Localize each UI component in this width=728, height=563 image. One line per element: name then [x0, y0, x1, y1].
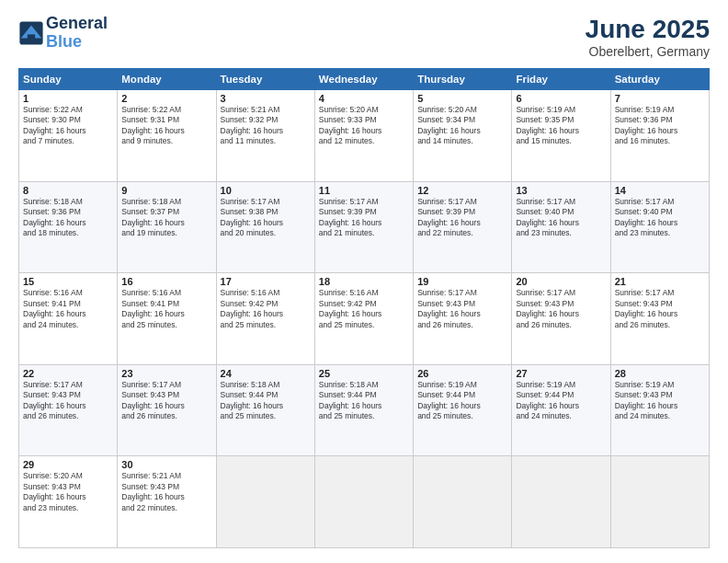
title-block: June 2025 Oberelbert, Germany — [586, 15, 710, 59]
day-number: 17 — [221, 276, 311, 287]
calendar-header-cell: Monday — [118, 69, 216, 90]
calendar-cell: 12Sunrise: 5:17 AMSunset: 9:39 PMDayligh… — [414, 181, 512, 273]
calendar-cell: 17Sunrise: 5:16 AMSunset: 9:42 PMDayligh… — [216, 273, 314, 365]
location: Oberelbert, Germany — [586, 44, 710, 59]
logo: General Blue — [18, 15, 108, 52]
page: General Blue June 2025 Oberelbert, Germa… — [0, 0, 728, 563]
calendar-cell: 6Sunrise: 5:19 AMSunset: 9:35 PMDaylight… — [512, 90, 610, 182]
calendar-cell: 26Sunrise: 5:19 AMSunset: 9:44 PMDayligh… — [414, 364, 512, 456]
calendar-cell: 3Sunrise: 5:21 AMSunset: 9:32 PMDaylight… — [216, 90, 314, 182]
header: General Blue June 2025 Oberelbert, Germa… — [18, 15, 710, 59]
calendar-cell: 9Sunrise: 5:18 AMSunset: 9:37 PMDaylight… — [118, 181, 216, 273]
cell-content: Sunrise: 5:17 AMSunset: 9:43 PMDaylight:… — [615, 288, 705, 330]
cell-content: Sunrise: 5:18 AMSunset: 9:36 PMDaylight:… — [23, 197, 113, 239]
cell-content: Sunrise: 5:19 AMSunset: 9:44 PMDaylight:… — [516, 380, 606, 422]
cell-content: Sunrise: 5:16 AMSunset: 9:42 PMDaylight:… — [221, 288, 311, 330]
calendar-week-row: 8Sunrise: 5:18 AMSunset: 9:36 PMDaylight… — [19, 181, 710, 273]
logo-icon — [18, 20, 44, 46]
cell-content: Sunrise: 5:17 AMSunset: 9:40 PMDaylight:… — [516, 197, 606, 239]
cell-content: Sunrise: 5:17 AMSunset: 9:39 PMDaylight:… — [417, 197, 507, 239]
cell-content: Sunrise: 5:20 AMSunset: 9:33 PMDaylight:… — [319, 105, 409, 147]
calendar-cell: 11Sunrise: 5:17 AMSunset: 9:39 PMDayligh… — [314, 181, 413, 273]
cell-content: Sunrise: 5:22 AMSunset: 9:31 PMDaylight:… — [121, 105, 211, 147]
calendar-cell — [610, 456, 709, 548]
day-number: 21 — [615, 276, 705, 287]
day-number: 26 — [417, 368, 507, 379]
day-number: 16 — [121, 276, 211, 287]
cell-content: Sunrise: 5:16 AMSunset: 9:42 PMDaylight:… — [319, 288, 409, 330]
cell-content: Sunrise: 5:17 AMSunset: 9:43 PMDaylight:… — [417, 288, 507, 330]
cell-content: Sunrise: 5:22 AMSunset: 9:30 PMDaylight:… — [23, 105, 113, 147]
calendar-cell: 15Sunrise: 5:16 AMSunset: 9:41 PMDayligh… — [19, 273, 118, 365]
cell-content: Sunrise: 5:16 AMSunset: 9:41 PMDaylight:… — [23, 288, 113, 330]
day-number: 15 — [23, 276, 113, 287]
calendar-cell: 25Sunrise: 5:18 AMSunset: 9:44 PMDayligh… — [314, 364, 413, 456]
cell-content: Sunrise: 5:20 AMSunset: 9:34 PMDaylight:… — [417, 105, 507, 147]
calendar-header-cell: Saturday — [610, 69, 709, 90]
cell-content: Sunrise: 5:17 AMSunset: 9:43 PMDaylight:… — [121, 380, 211, 422]
cell-content: Sunrise: 5:17 AMSunset: 9:43 PMDaylight:… — [23, 380, 113, 422]
calendar-cell: 20Sunrise: 5:17 AMSunset: 9:43 PMDayligh… — [512, 273, 610, 365]
day-number: 25 — [319, 368, 409, 379]
month-title: June 2025 — [586, 15, 710, 44]
cell-content: Sunrise: 5:17 AMSunset: 9:39 PMDaylight:… — [319, 197, 409, 239]
cell-content: Sunrise: 5:18 AMSunset: 9:44 PMDaylight:… — [319, 380, 409, 422]
day-number: 13 — [516, 185, 606, 196]
calendar-header-cell: Sunday — [19, 69, 118, 90]
day-number: 10 — [221, 185, 311, 196]
svg-rect-2 — [28, 34, 35, 40]
calendar-week-row: 15Sunrise: 5:16 AMSunset: 9:41 PMDayligh… — [19, 273, 710, 365]
calendar-cell: 19Sunrise: 5:17 AMSunset: 9:43 PMDayligh… — [414, 273, 512, 365]
calendar-table: SundayMondayTuesdayWednesdayThursdayFrid… — [18, 68, 710, 548]
day-number: 27 — [516, 368, 606, 379]
calendar-cell — [414, 456, 512, 548]
cell-content: Sunrise: 5:18 AMSunset: 9:44 PMDaylight:… — [221, 380, 311, 422]
calendar-week-row: 22Sunrise: 5:17 AMSunset: 9:43 PMDayligh… — [19, 364, 710, 456]
calendar-cell: 4Sunrise: 5:20 AMSunset: 9:33 PMDaylight… — [314, 90, 413, 182]
calendar-cell: 18Sunrise: 5:16 AMSunset: 9:42 PMDayligh… — [314, 273, 413, 365]
cell-content: Sunrise: 5:16 AMSunset: 9:41 PMDaylight:… — [121, 288, 211, 330]
calendar-cell: 16Sunrise: 5:16 AMSunset: 9:41 PMDayligh… — [118, 273, 216, 365]
day-number: 9 — [121, 185, 211, 196]
calendar-cell: 10Sunrise: 5:17 AMSunset: 9:38 PMDayligh… — [216, 181, 314, 273]
day-number: 6 — [516, 93, 606, 104]
calendar-cell — [512, 456, 610, 548]
calendar-cell: 5Sunrise: 5:20 AMSunset: 9:34 PMDaylight… — [414, 90, 512, 182]
day-number: 19 — [417, 276, 507, 287]
calendar-cell — [314, 456, 413, 548]
calendar-cell — [216, 456, 314, 548]
day-number: 28 — [615, 368, 705, 379]
calendar-cell: 27Sunrise: 5:19 AMSunset: 9:44 PMDayligh… — [512, 364, 610, 456]
logo-line2: Blue — [46, 32, 82, 51]
day-number: 3 — [221, 93, 311, 104]
cell-content: Sunrise: 5:17 AMSunset: 9:38 PMDaylight:… — [221, 197, 311, 239]
calendar-cell: 2Sunrise: 5:22 AMSunset: 9:31 PMDaylight… — [118, 90, 216, 182]
calendar-cell: 29Sunrise: 5:20 AMSunset: 9:43 PMDayligh… — [19, 456, 118, 548]
day-number: 7 — [615, 93, 705, 104]
day-number: 22 — [23, 368, 113, 379]
calendar-header-cell: Friday — [512, 69, 610, 90]
calendar-header-cell: Thursday — [414, 69, 512, 90]
cell-content: Sunrise: 5:21 AMSunset: 9:32 PMDaylight:… — [221, 105, 311, 147]
calendar-cell: 30Sunrise: 5:21 AMSunset: 9:43 PMDayligh… — [118, 456, 216, 548]
cell-content: Sunrise: 5:21 AMSunset: 9:43 PMDaylight:… — [121, 471, 211, 513]
day-number: 2 — [121, 93, 211, 104]
day-number: 29 — [23, 459, 113, 470]
logo-text: General Blue — [46, 15, 108, 52]
calendar-week-row: 29Sunrise: 5:20 AMSunset: 9:43 PMDayligh… — [19, 456, 710, 548]
calendar-body: 1Sunrise: 5:22 AMSunset: 9:30 PMDaylight… — [19, 90, 710, 548]
calendar-cell: 14Sunrise: 5:17 AMSunset: 9:40 PMDayligh… — [610, 181, 709, 273]
day-number: 14 — [615, 185, 705, 196]
calendar-week-row: 1Sunrise: 5:22 AMSunset: 9:30 PMDaylight… — [19, 90, 710, 182]
calendar-cell: 23Sunrise: 5:17 AMSunset: 9:43 PMDayligh… — [118, 364, 216, 456]
calendar-cell: 21Sunrise: 5:17 AMSunset: 9:43 PMDayligh… — [610, 273, 709, 365]
calendar-cell: 1Sunrise: 5:22 AMSunset: 9:30 PMDaylight… — [19, 90, 118, 182]
cell-content: Sunrise: 5:18 AMSunset: 9:37 PMDaylight:… — [121, 197, 211, 239]
day-number: 20 — [516, 276, 606, 287]
calendar-header-cell: Tuesday — [216, 69, 314, 90]
day-number: 4 — [319, 93, 409, 104]
day-number: 8 — [23, 185, 113, 196]
calendar-header-cell: Wednesday — [314, 69, 413, 90]
calendar-cell: 22Sunrise: 5:17 AMSunset: 9:43 PMDayligh… — [19, 364, 118, 456]
calendar-cell: 13Sunrise: 5:17 AMSunset: 9:40 PMDayligh… — [512, 181, 610, 273]
